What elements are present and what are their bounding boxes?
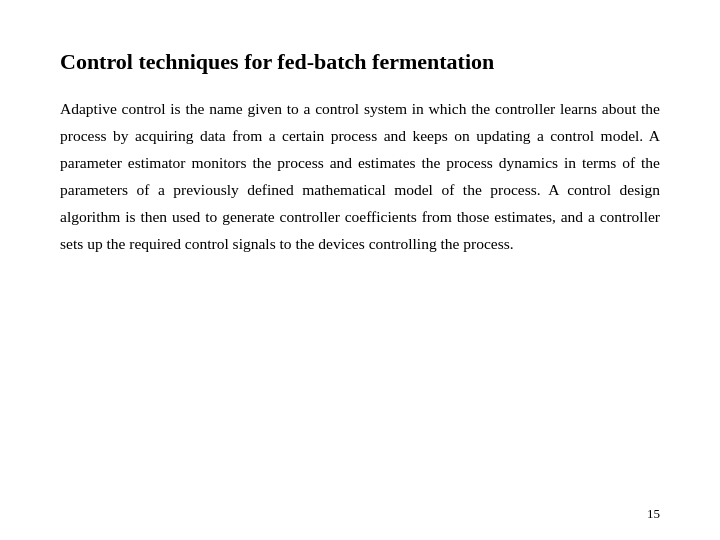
body-paragraph: Adaptive control is the name given to a … (60, 95, 660, 258)
slide-page: Control techniques for fed-batch ferment… (0, 0, 720, 540)
page-number: 15 (647, 506, 660, 522)
slide-title: Control techniques for fed-batch ferment… (60, 48, 660, 77)
